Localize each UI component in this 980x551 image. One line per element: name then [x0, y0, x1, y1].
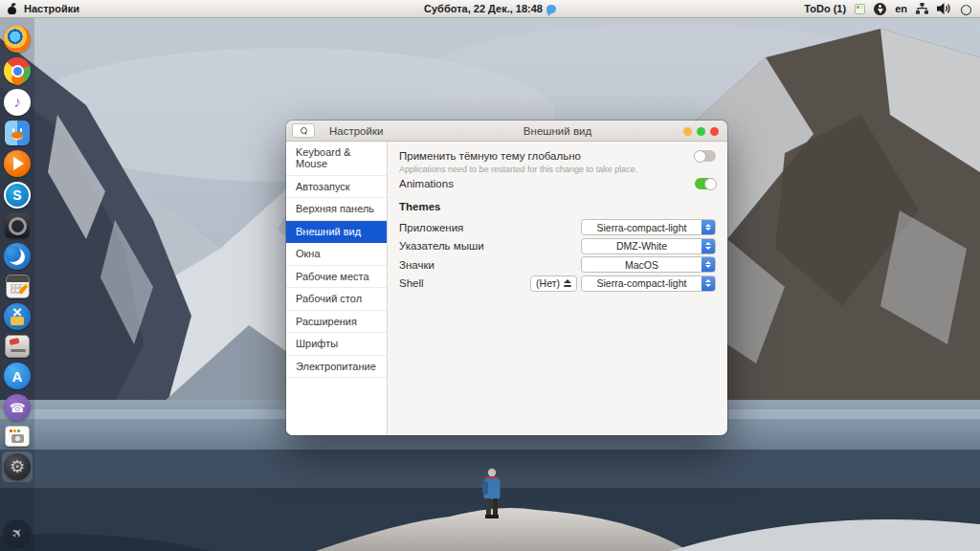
chevron-updown-icon — [702, 239, 715, 253]
chevron-updown-icon — [702, 257, 715, 272]
dropdown-value: Sierra-compact-light — [582, 220, 702, 234]
maximize-button[interactable] — [697, 127, 705, 136]
dock-finder-icon[interactable] — [5, 121, 30, 145]
settings-sidebar: Keyboard & Mouse Автозапуск Верхняя пане… — [286, 142, 388, 435]
dock-launcher-rocket-icon[interactable]: ✈ — [4, 519, 31, 546]
dock-music-player-icon[interactable]: ♪ — [4, 89, 31, 116]
dark-theme-label: Применить тёмную тему глобально — [399, 150, 581, 162]
eject-icon — [563, 279, 571, 287]
dock-builder-tools-icon[interactable] — [4, 303, 31, 330]
toggle-knob — [704, 178, 717, 190]
window-title: Внешний вид — [388, 125, 727, 137]
chevron-updown-icon — [702, 276, 715, 291]
gear-glyph: ⚙ — [10, 458, 25, 475]
volume-icon[interactable] — [937, 3, 951, 14]
phone-glyph: ☎ — [10, 401, 25, 415]
cursor-theme-dropdown[interactable]: DMZ-White — [581, 238, 716, 254]
toggle-knob — [694, 150, 706, 163]
sidebar-item-windows[interactable]: Окна — [286, 243, 387, 266]
search-icon — [301, 127, 307, 134]
dark-theme-toggle[interactable] — [695, 150, 716, 162]
applications-theme-label: Приложения — [399, 222, 581, 233]
sidebar-item-autostart[interactable]: Автозапуск — [286, 176, 387, 199]
dock-scanner-utility-icon[interactable] — [5, 335, 30, 358]
dock-system-settings-icon[interactable]: ⚙ — [4, 453, 31, 480]
app-menu-label[interactable]: Настройки — [24, 3, 79, 14]
sidebar-item-extensions[interactable]: Расширения — [286, 311, 387, 334]
sidebar-item-desktop[interactable]: Рабочий стол — [286, 288, 387, 311]
dock-media-player-icon[interactable] — [4, 150, 31, 177]
shell-theme-file-button[interactable]: (Нет) — [530, 276, 577, 292]
window-titlebar[interactable]: Настройки Внешний вид — [286, 121, 727, 142]
dock-viber-icon[interactable]: ☎ — [4, 394, 31, 421]
appstore-letter: A — [12, 368, 23, 385]
dock-dark-utility-icon[interactable] — [5, 213, 30, 238]
dark-theme-hint: Applications need to be restarted for th… — [399, 165, 716, 174]
minimize-button[interactable] — [683, 127, 692, 136]
sidebar-item-keyboard-mouse[interactable]: Keyboard & Mouse — [286, 142, 387, 176]
animations-toggle[interactable] — [695, 178, 716, 189]
dropdown-value: Sierra-compact-light — [582, 276, 702, 291]
close-button[interactable] — [710, 127, 719, 136]
dropdown-value: DMZ-White — [582, 239, 702, 253]
keyboard-layout-indicator[interactable]: en — [895, 3, 907, 14]
shell-none-label: (Нет) — [536, 277, 560, 289]
dock-screenshot-tool-icon[interactable] — [5, 426, 30, 447]
top-menubar: Настройки Суббота, 22 Дек., 18:48 ToDo (… — [0, 0, 980, 18]
sidebar-item-top-panel[interactable]: Верхняя панель — [286, 198, 387, 221]
sidebar-item-workspaces[interactable]: Рабочие места — [286, 266, 387, 289]
animations-label: Animations — [399, 178, 454, 189]
search-button[interactable] — [292, 123, 315, 138]
dock-skype-icon[interactable] — [4, 182, 31, 209]
dock: ♪ A ☎ ⚙ ✈ — [0, 18, 34, 551]
music-note-glyph: ♪ — [13, 94, 21, 111]
todo-icon[interactable] — [855, 4, 865, 14]
todo-indicator[interactable]: ToDo (1) — [804, 3, 846, 14]
applications-theme-dropdown[interactable]: Sierra-compact-light — [581, 219, 716, 235]
dock-blue-bird-app-icon[interactable] — [4, 243, 31, 270]
settings-window: Настройки Внешний вид Keyboard & Mouse А… — [286, 121, 727, 435]
dock-firefox-icon[interactable] — [4, 26, 31, 53]
sidebar-header-label: Настройки — [329, 125, 383, 137]
dock-calculator-icon[interactable] — [6, 275, 30, 298]
shell-theme-dropdown[interactable]: Sierra-compact-light — [581, 276, 716, 292]
accessibility-icon[interactable] — [874, 3, 886, 15]
rocket-glyph: ✈ — [8, 523, 27, 542]
icons-theme-label: Значки — [399, 259, 581, 271]
cursor-theme-label: Указатель мыши — [399, 240, 581, 252]
dropdown-value: MacOS — [582, 257, 702, 272]
dock-app-store-icon[interactable]: A — [4, 363, 31, 389]
window-controls — [683, 127, 719, 136]
themes-section-header: Themes — [399, 201, 716, 212]
sidebar-item-appearance[interactable]: Внешний вид — [286, 221, 387, 244]
chevron-updown-icon — [702, 220, 715, 234]
appearance-panel: Применить тёмную тему глобально Applicat… — [388, 142, 727, 435]
dock-chrome-icon[interactable] — [4, 57, 31, 84]
network-icon[interactable] — [916, 3, 928, 14]
sidebar-item-power[interactable]: Электропитание — [286, 356, 387, 379]
clock-label[interactable]: Суббота, 22 Дек., 18:48 — [424, 3, 543, 14]
shell-theme-label: Shell — [399, 277, 530, 289]
dock-settings-plate[interactable]: ⚙ — [2, 452, 33, 482]
sidebar-item-fonts[interactable]: Шрифты — [286, 333, 387, 356]
notification-chat-icon[interactable] — [546, 4, 556, 13]
apple-menu-icon[interactable] — [8, 4, 16, 14]
icons-theme-dropdown[interactable]: MacOS — [581, 256, 716, 273]
power-icon[interactable] — [960, 3, 972, 15]
